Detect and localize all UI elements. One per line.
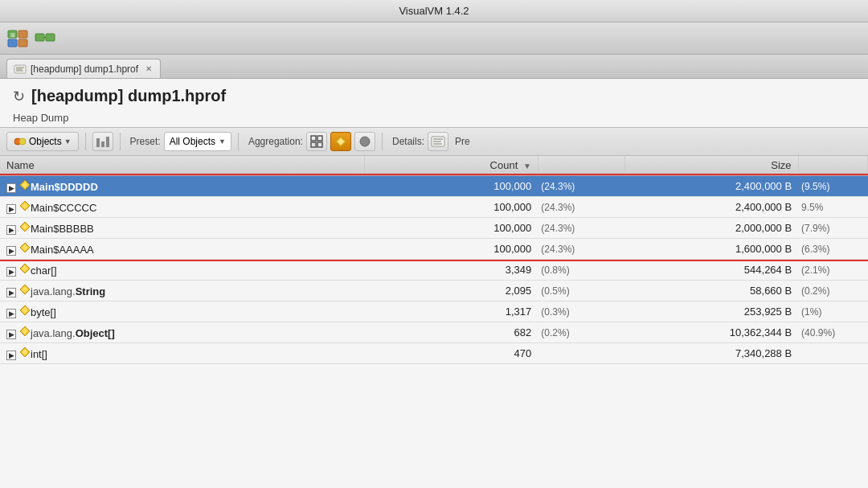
class-name: byte[] <box>31 306 56 318</box>
table-row[interactable]: ▶ java.lang.String2,095(0.5%)58,660 B(0.… <box>0 281 868 301</box>
svg-rect-15 <box>101 141 104 147</box>
cell-size: 1,600,000 B <box>624 239 798 260</box>
toolbar-icon-1[interactable]: ⊞ <box>6 29 29 48</box>
svg-point-23 <box>360 137 370 146</box>
heap-toolbar: Objects ▼ Preset: All Objects ▼ Aggregat… <box>0 127 868 156</box>
row-expand-button[interactable]: ▶ <box>6 330 16 339</box>
cell-name: ▶ Main$DDDDD <box>0 175 364 197</box>
cell-size-pct: (9.5%) <box>798 175 867 197</box>
cell-count: 100,000 <box>364 175 538 197</box>
cell-name: ▶ int[] <box>0 343 364 364</box>
cell-count-pct: (0.8%) <box>538 260 624 281</box>
svg-rect-3 <box>18 39 27 47</box>
details-icon <box>431 135 445 148</box>
header-size[interactable]: Size <box>624 156 798 175</box>
preset-dropdown[interactable]: All Objects ▼ <box>164 132 231 151</box>
circle-icon <box>358 135 371 148</box>
table-row[interactable]: ▶ int[]4707,340,288 B <box>0 343 868 364</box>
diamond-view-button[interactable] <box>330 132 351 151</box>
cell-count: 100,000 <box>364 239 538 260</box>
svg-rect-17 <box>311 136 316 141</box>
cell-name: ▶ java.lang.Object[] <box>0 322 364 343</box>
grid-view-button[interactable] <box>306 132 327 151</box>
grid-icon <box>310 135 323 148</box>
objects-button[interactable]: Objects ▼ <box>6 132 79 151</box>
objects-label: Objects <box>29 136 62 147</box>
cell-size-pct: (7.9%) <box>798 218 867 239</box>
separator-3 <box>238 133 239 150</box>
cell-count-pct: (24.3%) <box>538 239 624 260</box>
main-toolbar: ⊞ <box>0 23 868 55</box>
cell-count: 1,317 <box>364 301 538 322</box>
row-expand-button[interactable]: ▶ <box>6 225 16 235</box>
class-name: Main$AAAAA <box>31 244 94 256</box>
table-row[interactable]: ▶ Main$DDDDD100,000(24.3%)2,400,000 B(9.… <box>0 175 868 197</box>
row-expand-button[interactable]: ▶ <box>6 246 16 256</box>
data-table-wrapper: Name Count ▼ Size ▶ Main$DDDDD100,000(24… <box>0 156 868 364</box>
section-label: Heap Dump <box>0 110 868 127</box>
cell-name: ▶ java.lang.String <box>0 281 364 301</box>
header-name[interactable]: Name <box>0 156 364 175</box>
separator-1 <box>85 133 86 150</box>
cell-count: 470 <box>364 343 538 364</box>
row-expand-button[interactable]: ▶ <box>6 204 16 214</box>
preset-label: Preset: <box>130 136 161 147</box>
table-header-row: Name Count ▼ Size <box>0 156 868 175</box>
cell-size: 544,264 B <box>624 260 798 281</box>
preset-arrow: ▼ <box>219 137 226 146</box>
cell-size: 2,400,000 B <box>624 197 798 218</box>
cell-size: 253,925 B <box>624 301 798 322</box>
row-expand-button[interactable]: ▶ <box>6 267 16 277</box>
tab-label: [heapdump] dump1.hprof <box>31 64 138 75</box>
table-row[interactable]: ▶ Main$CCCCC100,000(24.3%)2,400,000 B9.5… <box>0 197 868 218</box>
cell-count: 682 <box>364 322 538 343</box>
cell-size-pct: (1%) <box>798 301 867 322</box>
title-bar: VisualVM 1.4.2 <box>0 0 868 23</box>
cell-size-pct: (2.1%) <box>798 260 867 281</box>
details-button[interactable] <box>428 132 448 151</box>
aggregation-label: Aggregation: <box>248 136 303 147</box>
cell-name: ▶ byte[] <box>0 301 364 322</box>
cell-count: 2,095 <box>364 281 538 301</box>
circle-view-button[interactable] <box>354 132 375 151</box>
header-size-pct <box>798 156 867 175</box>
objects-dropdown-arrow[interactable]: ▼ <box>64 137 72 146</box>
table-row[interactable]: ▶ Main$AAAAA100,000(24.3%)1,600,000 B(6.… <box>0 239 868 260</box>
cell-size-pct <box>798 343 867 364</box>
diamond-icon <box>334 135 347 148</box>
table-row[interactable]: ▶ java.lang.Object[]682(0.2%)10,362,344 … <box>0 322 868 343</box>
tab-icon <box>14 64 27 75</box>
row-expand-button[interactable]: ▶ <box>6 351 16 360</box>
cell-name: ▶ char[] <box>0 260 364 281</box>
row-expand-button[interactable]: ▶ <box>6 288 16 297</box>
tab-close-button[interactable]: ✕ <box>145 64 152 73</box>
cell-size: 2,400,000 B <box>624 175 798 197</box>
table-row[interactable]: ▶ char[]3,349(0.8%)544,264 B(2.1%) <box>0 260 868 281</box>
cell-size: 2,000,000 B <box>624 218 798 239</box>
row-expand-button[interactable]: ▶ <box>6 183 16 193</box>
cell-size: 7,340,288 B <box>624 343 798 364</box>
svg-rect-18 <box>317 136 322 141</box>
svg-rect-1 <box>8 39 17 47</box>
table-row[interactable]: ▶ byte[]1,317(0.3%)253,925 B(1%) <box>0 301 868 322</box>
bar-chart-icon <box>96 135 110 148</box>
cell-size: 58,660 B <box>624 281 798 301</box>
details-label: Details: <box>392 136 424 147</box>
cell-name: ▶ Main$CCCCC <box>0 197 364 218</box>
class-name: java.lang.Object[] <box>31 327 115 339</box>
pre-label: Pre <box>455 136 470 147</box>
heapdump-tab[interactable]: [heapdump] dump1.hprof ✕ <box>6 59 161 78</box>
cell-count-pct: (0.5%) <box>538 281 624 301</box>
bar-chart-button[interactable] <box>92 132 113 151</box>
separator-4 <box>382 133 383 150</box>
page-title-bar: ↻ [heapdump] dump1.hprof <box>0 79 868 110</box>
tab-bar: [heapdump] dump1.hprof ✕ <box>0 55 868 79</box>
toolbar-icon-2[interactable] <box>34 29 56 48</box>
cell-count-pct: (24.3%) <box>538 197 624 218</box>
header-count[interactable]: Count ▼ <box>364 156 538 175</box>
reload-icon[interactable]: ↻ <box>13 88 25 105</box>
row-expand-button[interactable]: ▶ <box>6 309 16 318</box>
cell-count: 100,000 <box>364 197 538 218</box>
svg-rect-6 <box>46 34 55 41</box>
table-row[interactable]: ▶ Main$BBBBB100,000(24.3%)2,000,000 B(7.… <box>0 218 868 239</box>
